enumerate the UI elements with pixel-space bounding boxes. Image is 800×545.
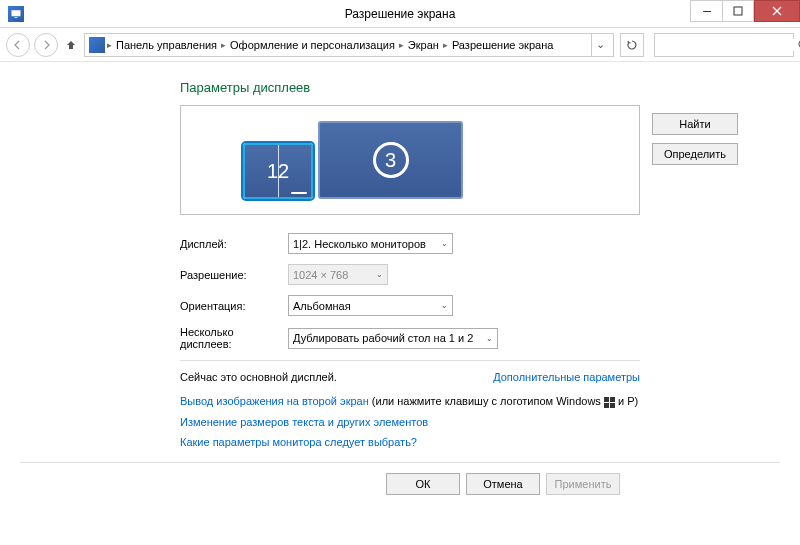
control-panel-icon [89,37,105,53]
monitor-3[interactable]: 3 [318,121,463,199]
project-link[interactable]: Вывод изображения на второй экран [180,395,369,407]
svg-rect-5 [604,397,609,402]
select-value: Дублировать рабочий стол на 1 и 2 [293,332,473,344]
breadcrumb-item[interactable]: Разрешение экрана [450,39,555,51]
svg-rect-1 [15,17,18,18]
divider [180,360,640,361]
select-value: Альбомная [293,300,351,312]
windows-logo-icon [604,397,615,408]
chevron-right-icon: ▸ [399,40,404,50]
chevron-right-icon: ▸ [221,40,226,50]
multi-display-label: Несколько дисплеев: [180,326,288,350]
app-icon [8,6,24,22]
address-bar: ▸ Панель управления ▸ Оформление и персо… [0,28,800,62]
display-label: Дисплей: [180,238,288,250]
text-size-link[interactable]: Изменение размеров текста и других элеме… [180,416,428,428]
page-heading: Параметры дисплеев [180,80,800,95]
up-button[interactable] [62,39,80,51]
titlebar: Разрешение экрана [0,0,800,28]
monitor-label: 2 [278,160,289,183]
chevron-down-icon: ⌄ [376,270,383,279]
find-button[interactable]: Найти [652,113,738,135]
project-suffix: (или нажмите клавишу с логотипом Windows [369,395,604,407]
chevron-down-icon: ⌄ [441,301,448,310]
close-button[interactable] [754,0,800,22]
orientation-select[interactable]: Альбомная ⌄ [288,295,453,316]
multi-display-select[interactable]: Дублировать рабочий стол на 1 и 2 ⌄ [288,328,498,349]
svg-rect-3 [734,7,742,15]
minimize-button[interactable] [690,0,722,22]
info-row: Сейчас это основной дисплей. Дополнитель… [180,371,640,383]
apply-button: Применить [546,473,620,495]
resolution-select: 1024 × 768 ⌄ [288,264,388,285]
search-input[interactable] [659,39,797,51]
monitor-label: 3 [373,142,409,178]
select-value: 1|2. Несколько мониторов [293,238,426,250]
forward-button[interactable] [34,33,58,57]
breadcrumb-item[interactable]: Панель управления [114,39,219,51]
svg-rect-0 [12,10,21,16]
primary-display-text: Сейчас это основной дисплей. [180,371,337,383]
breadcrumb-item[interactable]: Оформление и персонализация [228,39,397,51]
chevron-right-icon: ▸ [443,40,448,50]
svg-rect-2 [703,11,711,12]
maximize-button[interactable] [722,0,754,22]
chevron-down-icon: ⌄ [486,334,493,343]
detect-button[interactable]: Определить [652,143,738,165]
display-select[interactable]: 1|2. Несколько мониторов ⌄ [288,233,453,254]
dialog-buttons: ОК Отмена Применить [0,463,800,495]
orientation-label: Ориентация: [180,300,288,312]
ok-button[interactable]: ОК [386,473,460,495]
window-title: Разрешение экрана [0,7,800,21]
breadcrumb-item[interactable]: Экран [406,39,441,51]
breadcrumb[interactable]: ▸ Панель управления ▸ Оформление и персо… [84,33,614,57]
window-controls [690,0,800,27]
monitor-1-2[interactable]: 1 2 [243,143,313,199]
svg-rect-7 [604,403,609,408]
refresh-button[interactable] [620,33,644,57]
breadcrumb-dropdown[interactable]: ⌄ [591,34,609,56]
content-area: Параметры дисплеев 1 2 3 Найти Определит… [0,62,800,448]
resolution-label: Разрешение: [180,269,288,281]
project-line: Вывод изображения на второй экран (или н… [180,395,800,408]
advanced-settings-link[interactable]: Дополнительные параметры [493,371,640,383]
display-preview: 1 2 3 [180,105,640,215]
monitor-label: 1 [267,160,278,183]
settings-form: Дисплей: 1|2. Несколько мониторов ⌄ Разр… [180,233,800,350]
which-settings-link[interactable]: Какие параметры монитора следует выбрать… [180,436,417,448]
monitor-thumbnails: 1 2 3 [243,121,463,199]
search-box[interactable] [654,33,794,57]
select-value: 1024 × 768 [293,269,348,281]
project-suffix2: и P) [615,395,638,407]
chevron-down-icon: ⌄ [441,239,448,248]
chevron-right-icon: ▸ [107,40,112,50]
cancel-button[interactable]: Отмена [466,473,540,495]
back-button[interactable] [6,33,30,57]
